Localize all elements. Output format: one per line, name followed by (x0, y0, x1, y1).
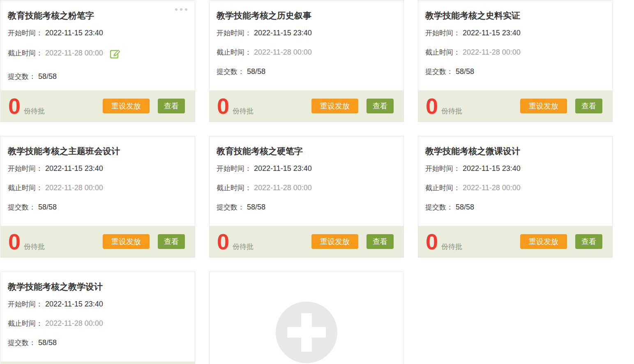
submissions-row: 提交数：58/58 (8, 71, 187, 82)
edit-deadline-icon[interactable] (109, 47, 121, 62)
pending-count: 0 (426, 232, 438, 252)
assignment-title: 教学技能考核之教学设计 (8, 281, 187, 293)
submissions-row: 提交数：58/58 (8, 338, 187, 348)
start-time-label: 开始时间： (8, 165, 43, 173)
submissions-value: 58/58 (456, 67, 474, 76)
submissions-label: 提交数： (8, 339, 36, 347)
pending-label: 份待批 (233, 242, 254, 251)
assignment-card: 教学技能考核之教学设计 开始时间：2022-11-15 23:40 截止时间：2… (0, 272, 195, 364)
start-time-value: 2022-11-15 23:40 (463, 29, 521, 37)
submissions-value: 58/58 (247, 67, 265, 76)
submissions-label: 提交数： (217, 68, 244, 76)
reset-distribute-button[interactable]: 重设发放 (311, 234, 358, 249)
deadline-value: 2022-11-28 00:00 (45, 49, 103, 57)
view-button[interactable]: 查看 (158, 234, 185, 249)
assignment-title: 教学技能考核之史料实证 (425, 10, 604, 21)
start-time-value: 2022-11-15 23:40 (45, 29, 103, 37)
deadline-value: 2022-11-28 00:00 (463, 184, 521, 192)
card-body: 教学技能考核之史料实证 开始时间：2022-11-15 23:40 截止时间：2… (418, 1, 612, 77)
pending-count: 0 (426, 96, 438, 116)
deadline-value: 2022-11-28 00:00 (254, 184, 312, 192)
submissions-row: 提交数：58/58 (425, 67, 604, 77)
deadline-value: 2022-11-28 00:00 (45, 184, 103, 192)
card-footer: 0 份待批 重设发放 查看 (418, 226, 612, 257)
deadline-row: 截止时间：2022-11-28 00:00 (217, 183, 395, 193)
pending-count: 0 (8, 232, 20, 252)
view-button[interactable]: 查看 (575, 234, 602, 249)
pending-label: 份待批 (441, 242, 462, 251)
card-footer: 0 份待批 重设发放 查看 (210, 226, 403, 257)
start-time-label: 开始时间： (8, 300, 43, 308)
view-button[interactable]: 查看 (575, 99, 602, 113)
start-time-value: 2022-11-15 23:40 (254, 164, 312, 173)
reset-distribute-button[interactable]: 重设发放 (103, 99, 150, 113)
deadline-row: 截止时间：2022-11-28 00:00 (425, 183, 604, 193)
reset-distribute-button[interactable]: 重设发放 (103, 234, 150, 249)
reset-distribute-button[interactable]: 重设发放 (311, 99, 358, 113)
deadline-value: 2022-11-28 00:00 (254, 48, 312, 56)
deadline-row: 截止时间：2022-11-28 00:00 (425, 47, 604, 58)
start-time-label: 开始时间： (217, 29, 251, 37)
assignment-card: 教学技能考核之历史叙事 开始时间：2022-11-15 23:40 截止时间：2… (209, 0, 404, 122)
start-time-row: 开始时间：2022-11-15 23:40 (217, 28, 395, 38)
deadline-label: 截止时间： (425, 48, 460, 56)
submissions-value: 58/58 (456, 203, 474, 211)
start-time-label: 开始时间： (425, 165, 460, 173)
reset-distribute-button[interactable]: 重设发放 (520, 234, 567, 249)
pending-label: 份待批 (24, 106, 45, 116)
view-button[interactable]: 查看 (367, 234, 394, 249)
assignment-title: 教育技能考核之粉笔字 (8, 10, 187, 21)
card-footer: 0 份待批 重设发放 查看 (418, 90, 612, 122)
pending-label: 份待批 (441, 106, 462, 116)
card-footer: 0 份待批 重设发放 查看 (1, 226, 195, 257)
start-time-value: 2022-11-15 23:40 (45, 164, 103, 173)
card-body: 教育技能考核之粉笔字 开始时间：2022-11-15 23:40 截止时间：20… (1, 1, 195, 82)
assignment-card-grid: 教育技能考核之粉笔字 开始时间：2022-11-15 23:40 截止时间：20… (0, 0, 613, 364)
deadline-row: 截止时间：2022-11-28 00:00 (8, 183, 187, 193)
card-footer: 0 份待批 重设发放 查看 (1, 90, 195, 122)
submissions-row: 提交数：58/58 (425, 202, 604, 212)
assignment-card: 教学技能考核之主题班会设计 开始时间：2022-11-15 23:40 截止时间… (0, 136, 195, 258)
submissions-label: 提交数： (425, 203, 453, 211)
deadline-label: 截止时间： (8, 320, 43, 327)
pending-label: 份待批 (24, 242, 45, 251)
deadline-label: 截止时间： (425, 184, 460, 192)
start-time-label: 开始时间： (217, 165, 251, 173)
add-assignment-card[interactable] (209, 272, 404, 364)
start-time-label: 开始时间： (425, 29, 460, 37)
assignment-title: 教学技能考核之微课设计 (425, 145, 604, 157)
submissions-row: 提交数：58/58 (8, 202, 187, 212)
card-body: 教学技能考核之教学设计 开始时间：2022-11-15 23:40 截止时间：2… (1, 272, 195, 348)
assignment-card: 教学技能考核之微课设计 开始时间：2022-11-15 23:40 截止时间：2… (418, 136, 613, 258)
start-time-value: 2022-11-15 23:40 (463, 164, 521, 173)
pending-count: 0 (8, 96, 20, 116)
submissions-value: 58/58 (247, 203, 265, 211)
deadline-label: 截止时间： (8, 49, 43, 57)
assignment-title: 教学技能考核之主题班会设计 (8, 145, 187, 157)
start-time-row: 开始时间：2022-11-15 23:40 (8, 299, 187, 309)
deadline-value: 2022-11-28 00:00 (45, 319, 103, 327)
view-button[interactable]: 查看 (367, 99, 394, 113)
start-time-value: 2022-11-15 23:40 (45, 300, 103, 308)
assignment-title: 教育技能考核之硬笔字 (217, 145, 395, 157)
assignment-card: 教育技能考核之粉笔字 开始时间：2022-11-15 23:40 截止时间：20… (0, 0, 195, 122)
card-body: 教学技能考核之主题班会设计 开始时间：2022-11-15 23:40 截止时间… (1, 136, 195, 212)
start-time-value: 2022-11-15 23:40 (254, 29, 312, 37)
start-time-label: 开始时间： (8, 29, 43, 37)
submissions-label: 提交数： (217, 203, 244, 211)
more-options-icon[interactable] (174, 7, 188, 12)
submissions-label: 提交数： (8, 203, 36, 211)
start-time-row: 开始时间：2022-11-15 23:40 (217, 164, 395, 174)
pending-label: 份待批 (233, 106, 254, 116)
view-button[interactable]: 查看 (158, 99, 185, 113)
assignment-card: 教学技能考核之史料实证 开始时间：2022-11-15 23:40 截止时间：2… (418, 0, 613, 122)
deadline-label: 截止时间： (217, 48, 251, 56)
deadline-row: 截止时间：2022-11-28 00:00 (8, 47, 187, 62)
reset-distribute-button[interactable]: 重设发放 (520, 99, 567, 113)
plus-icon[interactable] (276, 302, 337, 363)
start-time-row: 开始时间：2022-11-15 23:40 (8, 28, 187, 38)
assignment-title: 教学技能考核之历史叙事 (217, 10, 395, 21)
submissions-label: 提交数： (8, 73, 36, 81)
card-footer: 0 份待批 重设发放 查看 (210, 90, 403, 122)
submissions-value: 58/58 (38, 339, 57, 347)
